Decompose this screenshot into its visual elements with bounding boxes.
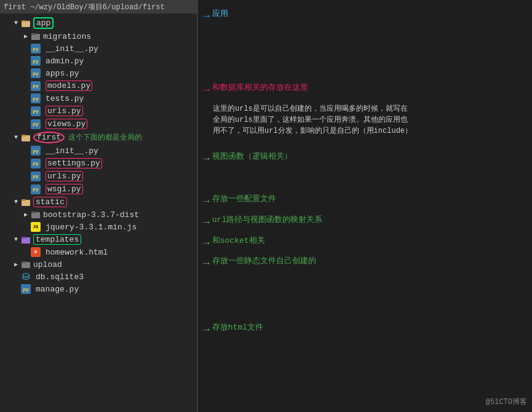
py-icon-urls-app: py (31, 106, 41, 116)
folder-upload[interactable]: upload (0, 258, 197, 271)
annotation-urls-first: → url路径与视图函数的映射关系 (203, 215, 322, 230)
file-db-sqlite3[interactable]: ⛁ db.sqlite3 (0, 271, 197, 283)
annotation-models: → 和数据库相关的存放在这里 (203, 82, 308, 98)
arrow-icon-wsgi: → (203, 236, 210, 251)
upload-label: upload (33, 260, 62, 269)
html-icon-homework: H (31, 247, 41, 257)
file-models[interactable]: py models.py (0, 79, 197, 92)
file-init-app[interactable]: py __init__.py (0, 42, 197, 55)
arrow-icon-models: → (203, 82, 210, 98)
py-icon-settings: py (31, 159, 41, 168)
svg-rect-3 (31, 33, 36, 35)
annotation-urls-app-text: 这里的urls是可以自己创建的，当应用喝多的时候，就写在全局的urls里面了，这… (213, 103, 412, 137)
folder-icon-app (21, 18, 31, 28)
annotations-panel: → 应用 → 和数据库相关的存放在这里 → 这里的urls是可以自己创建的，当应… (198, 0, 532, 412)
annotation-settings-text: 存放一些配置文件 (212, 194, 276, 205)
file-views[interactable]: py views.py (0, 117, 197, 130)
folder-first[interactable]: first 这个下面的都是全局的 (0, 130, 197, 145)
annotation-urls-app: → 这里的urls是可以自己创建的，当应用喝多的时候，就写在全局的urls里面了… (203, 103, 412, 137)
static-label: static (33, 197, 67, 207)
py-icon-init-first: py (31, 146, 41, 156)
folder-static[interactable]: static (0, 196, 197, 208)
annotation-static: → 存放一些静态文件自己创建的 (203, 256, 316, 271)
tree-header: first ~/wzy/OldBoy/项目6/upload/first (0, 0, 197, 14)
py-icon-models: py (31, 81, 41, 91)
wsgi-label: wsgi.py (46, 184, 83, 194)
file-admin[interactable]: py admin.py (0, 55, 197, 67)
folder-migrations[interactable]: migrations (0, 30, 197, 42)
file-wsgi[interactable]: py wsgi.py (0, 183, 197, 196)
folder-app[interactable]: app (0, 16, 197, 30)
file-settings[interactable]: py settings.py (0, 157, 197, 170)
settings-label: settings.py (46, 158, 102, 168)
arrow-templates (12, 236, 20, 244)
arrow-static (12, 199, 20, 206)
manage-label: manage.py (36, 285, 79, 294)
arrow-icon-settings: → (203, 194, 210, 209)
file-tree-panel: first ~/wzy/OldBoy/项目6/upload/first app … (0, 0, 197, 412)
annotation-static-text: 存放一些静态文件自己创建的 (212, 256, 316, 267)
annotation-templates: → 存放html文件 (203, 322, 263, 338)
urls-first-label: urls.py (46, 171, 83, 181)
init-first-label: __init__.py (46, 146, 98, 156)
py-icon-apps: py (31, 68, 41, 78)
file-jquery[interactable]: JS jquery-3.3.1.min.js (0, 221, 197, 233)
py-icon-views: py (31, 119, 41, 129)
svg-rect-5 (22, 135, 26, 137)
bootstrap-label: bootstrap-3.3.7-dist (43, 210, 139, 220)
arrow-migrations (22, 33, 30, 40)
arrow-upload (12, 261, 20, 268)
apps-label: apps.py (46, 69, 79, 78)
py-icon-tests: py (31, 93, 41, 103)
arrow-icon-views: → (203, 151, 210, 167)
annotation-settings: → 存放一些配置文件 (203, 194, 276, 209)
annotation-models-text: 和数据库相关的存放在这里 (212, 82, 308, 93)
annotation-views-text: 视图函数（逻辑相关） (212, 151, 292, 162)
watermark: @51CTO博客 (486, 397, 527, 407)
first-annotation-inline: 这个下面的都是全局的 (68, 132, 142, 143)
init-app-label: __init__.py (46, 44, 98, 53)
py-icon-manage: py (21, 284, 31, 294)
templates-label: templates (33, 234, 81, 245)
db-sqlite3-label: db.sqlite3 (36, 272, 84, 282)
svg-rect-1 (22, 20, 26, 22)
svg-rect-13 (22, 261, 26, 263)
file-apps[interactable]: py apps.py (0, 67, 197, 79)
py-icon-init-app: py (31, 44, 41, 53)
folder-app-label: app (33, 17, 54, 29)
folder-templates[interactable]: templates (0, 233, 197, 246)
folder-bootstrap[interactable]: bootstrap-3.3.7-dist (0, 208, 197, 221)
js-icon-jquery: JS (31, 222, 41, 232)
admin-label: admin.py (46, 57, 84, 66)
py-icon-admin: py (31, 56, 41, 66)
main-container: first ~/wzy/OldBoy/项目6/upload/first app … (0, 0, 532, 412)
file-homework[interactable]: H homework.html (0, 246, 197, 258)
file-tests[interactable]: py tests.py (0, 92, 197, 105)
annotation-app: → 应用 (203, 9, 228, 24)
db-icon-sqlite3: ⛁ (21, 272, 31, 282)
py-icon-urls-first: py (31, 172, 41, 181)
folder-icon-static (21, 197, 31, 207)
file-urls-first[interactable]: py urls.py (0, 170, 197, 183)
arrow-icon-app: → (203, 9, 210, 24)
folder-icon-migrations (31, 31, 41, 41)
svg-rect-11 (22, 237, 26, 239)
migrations-label: migrations (43, 32, 91, 41)
file-init-first[interactable]: py __init__.py (0, 145, 197, 157)
file-urls-app[interactable]: py urls.py (0, 105, 197, 117)
models-label: models.py (46, 81, 92, 91)
first-label: first (33, 132, 65, 143)
annotation-urls-first-text: url路径与视图函数的映射关系 (212, 215, 322, 226)
svg-rect-9 (31, 212, 36, 213)
folder-icon-templates (21, 235, 31, 245)
folder-icon-bootstrap (31, 210, 41, 220)
arrow-icon-static: → (203, 256, 210, 271)
file-manage[interactable]: py manage.py (0, 283, 197, 295)
folder-icon-first (21, 133, 31, 143)
arrow-bootstrap (22, 211, 30, 218)
arrow-icon-templates: → (203, 322, 210, 338)
annotation-templates-text: 存放html文件 (212, 322, 263, 333)
arrow-icon-urls-app: → (203, 105, 210, 122)
urls-app-label: urls.py (46, 106, 83, 116)
homework-label: homework.html (46, 248, 108, 257)
